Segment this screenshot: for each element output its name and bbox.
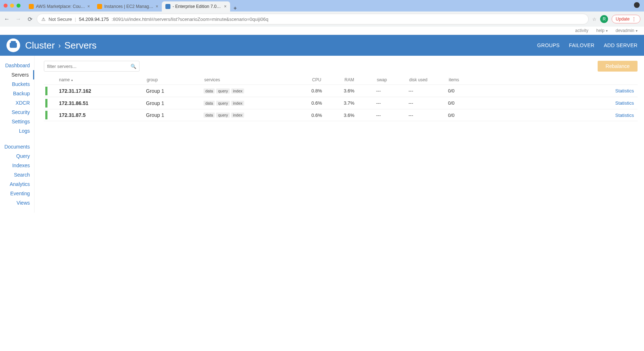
col-group[interactable]: group bbox=[146, 77, 204, 82]
not-secure-icon: ⚠ bbox=[41, 17, 46, 22]
close-icon[interactable]: × bbox=[156, 4, 158, 9]
couchbase-logo[interactable] bbox=[6, 38, 20, 52]
service-tag: data bbox=[204, 101, 215, 106]
sidebar-item-buckets[interactable]: Buckets bbox=[0, 79, 34, 89]
url-host: 54.209.94.175 bbox=[79, 17, 109, 22]
table-row[interactable]: 172.31.17.162 Group 1 dataqueryindex 0.8… bbox=[44, 85, 638, 97]
ram-value: 3.7% bbox=[344, 100, 376, 106]
not-secure-label: Not Secure bbox=[49, 17, 72, 22]
sidebar-item-views[interactable]: Views bbox=[0, 198, 34, 208]
main-layout: DashboardServersBucketsBackupXDCRSecurit… bbox=[0, 56, 644, 213]
col-services[interactable]: services bbox=[204, 77, 311, 82]
profile-avatar[interactable]: R bbox=[600, 15, 608, 23]
sidebar-item-backup[interactable]: Backup bbox=[0, 89, 34, 98]
browser-chrome: AWS Marketplace: Couchbase×Instances | E… bbox=[0, 0, 644, 27]
table-header: name▴ group services CPU RAM swap disk u… bbox=[44, 75, 638, 85]
swap-value: --- bbox=[376, 100, 408, 106]
col-swap[interactable]: swap bbox=[376, 77, 408, 82]
server-group: Group 1 bbox=[146, 112, 204, 118]
sidebar-item-logs[interactable]: Logs bbox=[0, 126, 34, 136]
content-toolbar: 🔍 Rebalance bbox=[44, 61, 638, 72]
sort-asc-icon: ▴ bbox=[71, 78, 73, 82]
cpu-value: 0.6% bbox=[311, 113, 344, 118]
page-header: Cluster › Servers GROUPS FAILOVER ADD SE… bbox=[0, 35, 644, 56]
close-icon[interactable]: × bbox=[87, 4, 90, 9]
nav-forward-icon[interactable]: → bbox=[15, 16, 22, 22]
browser-tab[interactable]: Instances | EC2 Management C× bbox=[93, 1, 162, 12]
tab-title: AWS Marketplace: Couchbase bbox=[36, 4, 85, 9]
col-disk[interactable]: disk used bbox=[408, 77, 448, 82]
activity-link[interactable]: activity bbox=[575, 28, 589, 33]
url-path: :8091/ui/index.html#/servers/list?scenar… bbox=[112, 17, 269, 22]
service-tags: dataqueryindex bbox=[204, 88, 311, 94]
rebalance-button[interactable]: Rebalance bbox=[598, 61, 638, 72]
disk-value: --- bbox=[408, 113, 448, 118]
server-group: Group 1 bbox=[146, 88, 204, 94]
items-value: 0/0 bbox=[448, 100, 488, 106]
failover-button[interactable]: FAILOVER bbox=[569, 42, 594, 48]
col-cpu[interactable]: CPU bbox=[311, 77, 344, 82]
service-tag: index bbox=[231, 101, 244, 106]
window-close[interactable] bbox=[4, 4, 8, 8]
breadcrumb: Cluster › Servers bbox=[25, 40, 97, 51]
sidebar-item-dashboard[interactable]: Dashboard bbox=[0, 61, 34, 70]
service-tags: dataqueryindex bbox=[204, 101, 311, 106]
sidebar-item-query[interactable]: Query bbox=[0, 151, 34, 161]
sidebar-item-xdcr[interactable]: XDCR bbox=[0, 98, 34, 108]
sidebar-item-documents[interactable]: Documents bbox=[0, 142, 34, 151]
window-minimize[interactable] bbox=[10, 4, 14, 8]
sidebar-item-indexes[interactable]: Indexes bbox=[0, 161, 34, 170]
favicon bbox=[29, 4, 34, 9]
disk-value: --- bbox=[408, 88, 448, 94]
sidebar-item-servers[interactable]: Servers bbox=[0, 70, 34, 79]
sidebar-item-eventing[interactable]: Eventing bbox=[0, 189, 34, 198]
swap-value: --- bbox=[376, 88, 408, 94]
servers-table: name▴ group services CPU RAM swap disk u… bbox=[44, 75, 638, 121]
groups-button[interactable]: GROUPS bbox=[537, 42, 559, 48]
table-row[interactable]: 172.31.87.5 Group 1 dataqueryindex 0.6% … bbox=[44, 109, 638, 121]
sidebar-item-settings[interactable]: Settings bbox=[0, 117, 34, 126]
chevron-down-icon: ▾ bbox=[636, 29, 638, 33]
breadcrumb-cluster[interactable]: Cluster bbox=[25, 40, 55, 51]
sidebar-item-analytics[interactable]: Analytics bbox=[0, 179, 34, 189]
statistics-link[interactable]: Statistics bbox=[615, 88, 634, 94]
items-value: 0/0 bbox=[448, 113, 488, 118]
add-server-button[interactable]: ADD SERVER bbox=[604, 42, 638, 48]
bookmark-icon[interactable]: ☆ bbox=[592, 17, 597, 22]
browser-tab[interactable]: - Enterprise Edition 7.0.3 build× bbox=[162, 1, 230, 12]
filter-box[interactable]: 🔍 bbox=[44, 61, 140, 72]
server-status-icon bbox=[45, 111, 47, 119]
statistics-link[interactable]: Statistics bbox=[615, 113, 634, 118]
content-area: 🔍 Rebalance name▴ group services CPU RAM… bbox=[35, 56, 644, 213]
col-items[interactable]: items bbox=[448, 77, 488, 82]
service-tag: data bbox=[204, 113, 215, 118]
browser-tab[interactable]: AWS Marketplace: Couchbase× bbox=[25, 1, 93, 12]
user-menu[interactable]: devadmin▾ bbox=[616, 28, 638, 33]
new-tab-button[interactable]: + bbox=[230, 5, 240, 12]
nav-reload-icon[interactable]: ⟳ bbox=[27, 16, 33, 23]
statistics-link[interactable]: Statistics bbox=[615, 100, 634, 106]
close-icon[interactable]: × bbox=[224, 4, 227, 9]
sidebar: DashboardServersBucketsBackupXDCRSecurit… bbox=[0, 56, 35, 213]
col-ram[interactable]: RAM bbox=[344, 77, 376, 82]
help-menu[interactable]: help▾ bbox=[596, 28, 608, 33]
window-maximize[interactable] bbox=[17, 4, 20, 8]
table-row[interactable]: 172.31.86.51 Group 1 dataqueryindex 0.6%… bbox=[44, 97, 638, 109]
col-name[interactable]: name▴ bbox=[52, 77, 146, 82]
breadcrumb-servers: Servers bbox=[64, 40, 97, 51]
service-tag: query bbox=[216, 88, 230, 94]
browser-tabs: AWS Marketplace: Couchbase×Instances | E… bbox=[25, 1, 644, 12]
nav-back-icon[interactable]: ← bbox=[4, 16, 10, 22]
search-icon: 🔍 bbox=[131, 64, 136, 69]
filter-input[interactable] bbox=[47, 64, 131, 69]
server-name: 172.31.86.51 bbox=[52, 100, 146, 106]
kebab-icon: ⋮ bbox=[632, 17, 636, 22]
tab-title: - Enterprise Edition 7.0.3 build bbox=[173, 4, 222, 9]
url-field[interactable]: ⚠ Not Secure | 54.209.94.175:8091/ui/ind… bbox=[37, 14, 589, 24]
sidebar-item-security[interactable]: Security bbox=[0, 108, 34, 117]
service-tag: data bbox=[204, 88, 215, 94]
favicon bbox=[97, 4, 102, 9]
address-bar: ← → ⟳ ⚠ Not Secure | 54.209.94.175:8091/… bbox=[0, 12, 644, 27]
update-button[interactable]: Update ⋮ bbox=[612, 15, 640, 23]
sidebar-item-search[interactable]: Search bbox=[0, 170, 34, 179]
